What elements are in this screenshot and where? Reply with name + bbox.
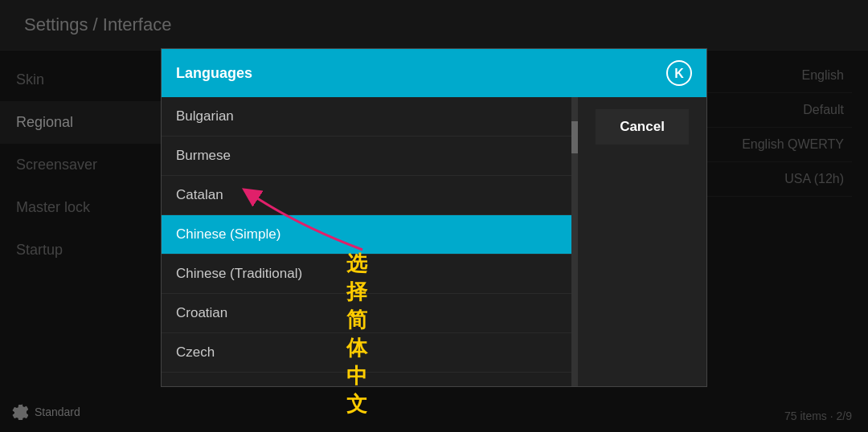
list-item-catalan[interactable]: Catalan <box>162 176 571 215</box>
sidebar-bottom: Standard <box>12 404 80 420</box>
list-and-scrollbar: Bulgarian Burmese Catalan Chinese (Simpl… <box>162 97 578 386</box>
cancel-area: Cancel <box>578 97 706 386</box>
list-item-croatian[interactable]: Croatian <box>162 294 571 333</box>
kodi-logo-icon: K <box>666 60 692 86</box>
dialog-body: Bulgarian Burmese Catalan Chinese (Simpl… <box>162 97 706 386</box>
scrollbar-track[interactable] <box>571 97 578 386</box>
dialog-title: Languages <box>176 65 252 82</box>
list-item-chinese-traditional[interactable]: Chinese (Traditional) <box>162 255 571 294</box>
sidebar-standard-label: Standard <box>35 406 80 418</box>
dialog-overlay: Languages K Bulgarian Burmese Catalan Ch… <box>0 0 868 432</box>
gear-icon <box>12 404 28 420</box>
languages-dialog: Languages K Bulgarian Burmese Catalan Ch… <box>161 48 707 387</box>
list-item-bulgarian[interactable]: Bulgarian <box>162 97 571 137</box>
list-item-burmese[interactable]: Burmese <box>162 137 571 176</box>
svg-text:K: K <box>674 67 684 80</box>
list-item-danish[interactable]: Danish <box>162 373 571 386</box>
language-list[interactable]: Bulgarian Burmese Catalan Chinese (Simpl… <box>162 97 571 386</box>
list-item-chinese-simple[interactable]: Chinese (Simple) <box>162 215 571 255</box>
cancel-button[interactable]: Cancel <box>596 109 689 145</box>
list-item-czech[interactable]: Czech <box>162 333 571 373</box>
scrollbar-thumb[interactable] <box>571 121 578 153</box>
dialog-header: Languages K <box>162 49 706 97</box>
